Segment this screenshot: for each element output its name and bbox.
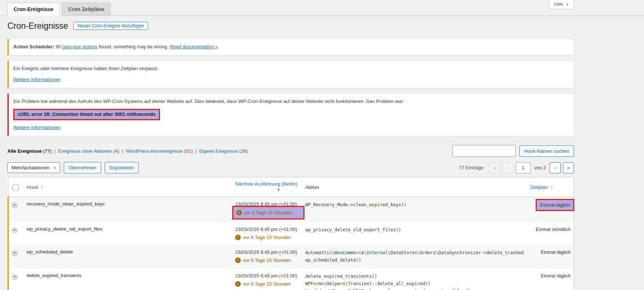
prev-page-button: ‹ xyxy=(502,162,514,173)
warning-icon: ! xyxy=(236,210,242,215)
row-icon-cell: W xyxy=(8,245,24,269)
wordpress-icon: W xyxy=(12,275,17,280)
search-box: Hook-Namen suchen xyxy=(452,145,574,157)
event-row: W wp_scheduled_delete 23/03/2025 6:45 pm… xyxy=(8,245,574,269)
wordpress-icon: W xyxy=(12,203,17,208)
select-all-checkbox[interactable] xyxy=(13,184,19,190)
action-code: Vendidero\StoreaBill\Package::cleanup_ex… xyxy=(305,287,524,290)
hook-name: wp_scheduled_delete xyxy=(27,249,73,255)
overdue-line: ! vor 6 Tage 15 Stunden xyxy=(235,281,291,287)
cron-error-notice: Ein Problem trat während des Aufrufs des… xyxy=(7,93,574,137)
filter-core-events[interactable]: WordPress-Kernereignisse (51) xyxy=(126,148,193,154)
sort-arrows-icon: ▲▼ xyxy=(277,188,280,193)
missed-events-text: Ein Ereignis oder mehrere Ereignisse hab… xyxy=(13,65,569,72)
filter-count: (77) xyxy=(43,148,52,154)
curl-error-highlight: cURL error 28: Connection timed out afte… xyxy=(13,109,160,120)
current-page-input[interactable] xyxy=(516,162,530,173)
sort-by-next-run[interactable]: Nächste Ausführung (Berlin) ▲▼ xyxy=(235,181,297,193)
next-run-cell: 23/03/2025 6:45 pm (+01:00) ! vor 6 Tage… xyxy=(232,222,302,245)
add-cron-event-button[interactable]: Neues Cron-Ereignis hinzufügen xyxy=(73,22,148,30)
export-button[interactable]: Exportieren xyxy=(105,162,139,173)
events-table-body: W recovery_mode_clean_expired_keys 23/03… xyxy=(8,197,574,290)
action-code: WP_Recovery_Mode->clean_expired_keys() xyxy=(305,201,524,208)
bulk-actions-select[interactable]: Mehrfachaktionen ∨ xyxy=(7,162,60,173)
sort-arrows-icon: ▲▼ xyxy=(41,184,44,190)
chevron-down-icon: ▼ xyxy=(566,3,569,6)
help-label: Hilfe xyxy=(554,1,563,7)
schedule-cell: Einmal stündlich xyxy=(527,222,574,245)
next-run-date: 23/03/2025 6:45 pm (+01:00) xyxy=(235,273,299,279)
schedule-label: Einmal täglich xyxy=(541,249,571,255)
read-documentation-link[interactable]: Read documentation » xyxy=(170,44,218,49)
next-run-date: 23/03/2025 6:45 pm (+01:00) xyxy=(235,226,299,232)
schedule-cell: Einmal täglich xyxy=(527,197,574,222)
hook-cell: delete_expired_transients xyxy=(24,269,232,290)
sort-arrows-icon: ▲▼ xyxy=(550,184,553,190)
hook-cell: wp_scheduled_delete xyxy=(24,245,232,269)
help-button[interactable]: Hilfe ▼ xyxy=(549,0,574,9)
event-row: W wp_privacy_delete_old_export_files 23/… xyxy=(8,222,574,245)
scheduler-notice-count: 90 xyxy=(56,44,61,49)
overdue-label: vor 6 Tage 15 Stunden xyxy=(243,258,291,263)
action-code: wp_privacy_delete_old_export_files() xyxy=(305,226,524,234)
schedule-cell: Einmal täglich xyxy=(527,269,574,290)
overdue-label: vor 6 Tage 15 Stunden xyxy=(244,210,292,215)
pagination: 77 Einträge « ‹ von 2 › » xyxy=(459,162,574,173)
filter-count: (26) xyxy=(239,148,248,154)
sort-by-schedule[interactable]: Zeitplan ▲▼ xyxy=(530,184,553,190)
search-hooks-button[interactable]: Hook-Namen suchen xyxy=(519,145,574,157)
event-row: W delete_expired_transients 23/03/2025 6… xyxy=(8,269,574,290)
action-cell: wp_privacy_delete_old_export_files() xyxy=(302,222,527,245)
schedule-label: Einmal stündlich xyxy=(536,226,571,232)
warning-icon: ! xyxy=(235,235,241,240)
warning-icon: ! xyxy=(235,281,241,287)
hook-name: recovery_mode_clean_expired_keys xyxy=(27,201,105,207)
event-row: W recovery_mode_clean_expired_keys 23/03… xyxy=(8,197,574,222)
cron-error-text: Ein Problem trat während des Aufrufs des… xyxy=(13,98,569,105)
content-area: Cron-Ereignisse Neues Cron-Ereignis hinz… xyxy=(7,16,574,290)
filter-separator: | xyxy=(122,148,123,154)
overdue-line: ! vor 6 Tage 15 Stunden xyxy=(235,258,291,263)
top-tab-bar: Cron-Ereignisse Cron Zeitpläne Hilfe ▼ xyxy=(0,0,644,16)
next-run-cell: 23/03/2025 6:45 pm (+01:00) ! vor 6 Tage… xyxy=(232,269,302,290)
missed-more-info-link[interactable]: Weitere Informationen xyxy=(13,77,60,82)
apply-button[interactable]: Übernehmen xyxy=(64,162,101,173)
bulk-actions: Mehrfachaktionen ∨ Übernehmen Exportiere… xyxy=(7,162,139,173)
page-title: Cron-Ereignisse xyxy=(7,20,68,31)
nav-tabs: Cron-Ereignisse Cron Zeitpläne xyxy=(7,3,113,16)
next-run-cell: 23/03/2025 6:45 pm (+01:00) ! vor 6 Tage… xyxy=(232,197,302,222)
chevron-down-icon: ∨ xyxy=(53,166,56,170)
error-more-info-link[interactable]: Weitere Informationen xyxy=(13,125,60,130)
overdue-label: vor 6 Tage 15 Stunden xyxy=(243,235,291,240)
sort-by-hook[interactable]: Hook ▲▼ xyxy=(27,184,43,190)
warning-icon: ! xyxy=(235,258,241,263)
event-filters: Alle Ereignisse (77) | Ereignisse ohne A… xyxy=(7,148,248,154)
scheduler-notice-prefix: Action Scheduler: xyxy=(13,44,54,49)
hook-name: wp_privacy_delete_old_export_files xyxy=(27,226,102,232)
filter-no-action-events[interactable]: Ereignisse ohne Aktionen (4) xyxy=(58,148,119,154)
past-due-actions-link[interactable]: past-due actions xyxy=(62,44,97,49)
column-action-label: Aktion xyxy=(302,177,527,197)
last-page-button[interactable]: » xyxy=(563,162,574,173)
schedule-cell: Einmal täglich xyxy=(527,245,574,269)
action-cell: delete_expired_transients()WPForms\Helpe… xyxy=(302,269,527,290)
action-cell: Automattic\WooCommerce\Internal\DataStor… xyxy=(302,245,527,269)
scheduler-notice-middle: found; something may be wrong. xyxy=(99,44,168,49)
search-input[interactable] xyxy=(452,145,516,157)
filter-custom-events[interactable]: Eigene Ereignisse (26) xyxy=(199,148,248,154)
total-items-label: 77 Einträge xyxy=(459,165,484,170)
tab-cron-schedules[interactable]: Cron Zeitpläne xyxy=(62,3,111,16)
filter-all-events[interactable]: Alle Ereignisse (77) xyxy=(7,148,52,154)
next-run-date: 23/03/2025 6:45 pm (+01:00) xyxy=(235,249,299,255)
filter-separator: | xyxy=(54,148,55,154)
action-scheduler-notice: Action Scheduler: 90 past-due actions fo… xyxy=(7,39,574,55)
action-code: Automattic\WooCommerce\Internal\DataStor… xyxy=(305,249,524,256)
action-code: wp_scheduled_delete() xyxy=(305,256,524,264)
wordpress-icon: W xyxy=(12,251,17,256)
missed-events-notice: Ein Ereignis oder mehrere Ereignisse hab… xyxy=(7,61,574,88)
schedule-label: Einmal täglich xyxy=(536,199,574,211)
hook-name: delete_expired_transients xyxy=(27,273,81,278)
next-page-button[interactable]: › xyxy=(550,162,561,173)
tab-cron-events[interactable]: Cron-Ereignisse xyxy=(7,3,60,16)
filter-separator: | xyxy=(195,148,196,154)
